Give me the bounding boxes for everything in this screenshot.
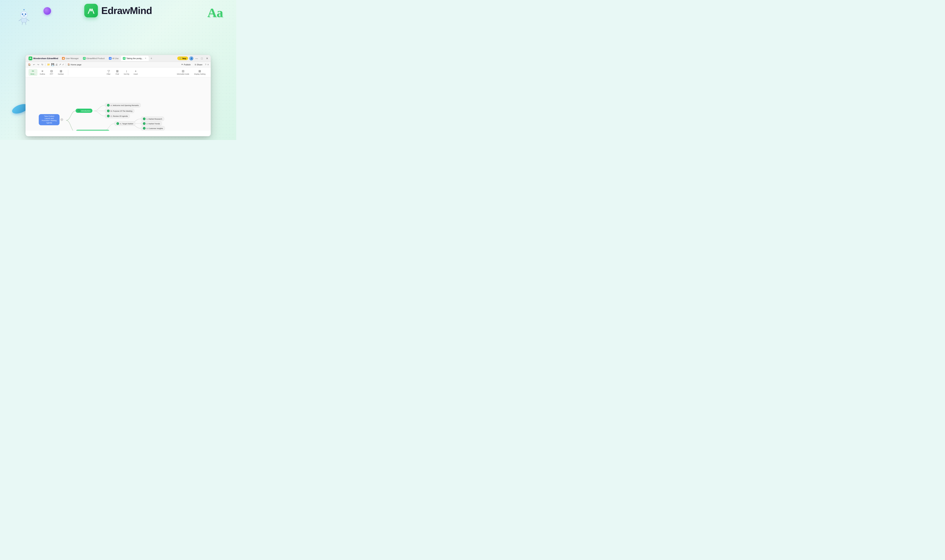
- publish-button[interactable]: ✈ Publish: [180, 63, 192, 66]
- minimize-button[interactable]: —: [194, 56, 199, 60]
- welcome-node[interactable]: ✓ A. Welcome And Opening Remarks: [105, 103, 141, 108]
- minimalist-mode-label: Minimalist mode: [177, 73, 189, 75]
- ppt-view-button[interactable]: ⊟ PPT: [48, 69, 56, 76]
- sortby-button[interactable]: ↕ Sort By: [122, 69, 131, 76]
- purpose-label: B. Purpose Of The Meeting: [111, 110, 132, 112]
- customer-insights-node-box[interactable]: ✓ 3. Customer Insights: [141, 126, 165, 131]
- introduction-check: ✓: [77, 109, 80, 112]
- introduction-node[interactable]: ✓ Introduction: [75, 109, 92, 113]
- share-button[interactable]: ⎘ Share: [193, 63, 204, 66]
- presentation-node[interactable]: ✓ Presentation Of The New Product: [75, 130, 110, 131]
- display-setting-icon: ⊞: [199, 70, 201, 73]
- review-node-box[interactable]: ✓ C. Review Of Agenda: [105, 114, 130, 118]
- market-trends-node[interactable]: ✓ 2. Market Trends: [141, 121, 162, 126]
- tab-close-taking-postg[interactable]: ✕: [144, 57, 147, 60]
- tab-favicon-taking-postg: [123, 57, 126, 60]
- market-research-check: ✓: [143, 117, 146, 120]
- review-label: C. Review Of Agenda: [111, 115, 128, 117]
- tab-label-edrawmind-product: EdrawMind Product: [86, 57, 105, 60]
- welcome-node-box[interactable]: ✓ A. Welcome And Opening Remarks: [105, 103, 141, 108]
- tab-label-user-manager: User Manager: [66, 57, 79, 60]
- close-button[interactable]: ✕: [205, 56, 209, 60]
- tab-favicon-ai-use: [109, 57, 111, 60]
- filter-icon: ▽: [108, 70, 110, 73]
- root-node-box[interactable]: "New Product Launch and Promotion" Meeti…: [39, 114, 60, 125]
- svg-line-10: [27, 19, 29, 21]
- root-node[interactable]: "New Product Launch and Promotion" Meeti…: [39, 114, 63, 125]
- save-icon: 💾: [51, 63, 54, 66]
- outline-view-button[interactable]: ≡ Outline: [38, 69, 47, 76]
- market-trends-label: 2. Market Trends: [146, 123, 160, 125]
- app-title: EdrawMind: [101, 5, 152, 16]
- target-market-node-box[interactable]: ✓ A. Target Market: [114, 121, 135, 126]
- browser-controls: 🛒 buy 👤 — □ ✕: [177, 56, 209, 60]
- purpose-node[interactable]: ✓ B. Purpose Of The Meeting: [105, 109, 134, 113]
- tab-bar: Wondershare EdrawMind User Manager Edraw…: [26, 55, 211, 62]
- browser-logo-label: Wondershare EdrawMind: [33, 57, 58, 60]
- svg-line-12: [25, 22, 26, 25]
- mindmap-container: "New Product Launch and Promotion" Meeti…: [29, 79, 211, 131]
- tab-user-manager[interactable]: User Manager: [60, 56, 81, 61]
- customer-insights-label: 3. Customer Insights: [146, 127, 163, 129]
- help-button[interactable]: ?: [205, 63, 206, 66]
- purpose-check: ✓: [107, 109, 109, 112]
- right-tools: ⊟ Minimalist mode ⊞ Display Setting: [175, 69, 208, 76]
- ppt-label: PPT: [50, 73, 53, 75]
- presentation-node-box[interactable]: ✓ Presentation Of The New Product: [75, 130, 110, 131]
- filter-button[interactable]: ▽ Filter: [105, 69, 113, 76]
- kanban-icon: ⊞: [60, 70, 62, 73]
- addr-divider-2: [66, 63, 66, 66]
- browser-logo: Wondershare EdrawMind: [27, 57, 60, 60]
- minimalist-mode-button[interactable]: ⊟ Minimalist mode: [175, 69, 191, 76]
- mindmap-view-button[interactable]: ✂ Mind...: [29, 69, 37, 76]
- outline-icon: ≡: [42, 70, 43, 73]
- nav-refresh-button[interactable]: ↻: [41, 63, 44, 66]
- market-trends-node-box[interactable]: ✓ 2. Market Trends: [141, 121, 162, 126]
- display-setting-label: Display Setting: [194, 73, 205, 75]
- folder-icon: 📁: [47, 63, 50, 66]
- buy-button[interactable]: 🛒 buy: [177, 57, 188, 60]
- center-tools: ▽ Filter ⊞ Find ↕ Sort By + Insert: [105, 69, 140, 76]
- avatar: 👤: [189, 56, 193, 60]
- nav-back-button[interactable]: ↩: [32, 63, 35, 66]
- app-logo-icon: [84, 4, 98, 17]
- find-button[interactable]: ⊞ Find: [113, 69, 122, 76]
- insert-button[interactable]: + Insert: [132, 69, 140, 76]
- insert-icon: +: [135, 70, 137, 73]
- svg-point-3: [22, 14, 23, 15]
- svg-point-7: [23, 9, 25, 10]
- outline-label: Outline: [40, 73, 45, 75]
- collapse-button[interactable]: ∧: [207, 63, 209, 66]
- kanban-view-button[interactable]: ⊞ Kanban: [56, 69, 66, 76]
- new-tab-button[interactable]: +: [149, 56, 154, 61]
- market-research-label: 1. Market Research: [146, 118, 162, 120]
- customer-insights-node[interactable]: ✓ 3. Customer Insights: [141, 126, 165, 131]
- sortby-label: Sort By: [124, 73, 129, 75]
- deco-robot: [15, 9, 32, 26]
- publish-icon: ✈: [181, 63, 183, 66]
- minimalist-mode-icon: ⊟: [182, 70, 184, 73]
- sortby-icon: ↕: [126, 70, 127, 73]
- deco-purple-ball: [43, 7, 51, 15]
- tab-favicon-edrawmind-product: [83, 57, 86, 60]
- display-setting-button[interactable]: ⊞ Display Setting: [192, 69, 208, 76]
- introduction-node-box[interactable]: ✓ Introduction: [75, 109, 92, 113]
- tab-edrawmind-product[interactable]: EdrawMind Product: [81, 56, 106, 61]
- mark-icon: ✓: [62, 63, 64, 66]
- purpose-node-box[interactable]: ✓ B. Purpose Of The Meeting: [105, 109, 134, 113]
- maximize-button[interactable]: □: [200, 56, 204, 60]
- tab-ai-use[interactable]: AI Use: [107, 56, 121, 61]
- tab-taking-postg[interactable]: Taking the postg... ✕: [121, 56, 149, 61]
- review-node[interactable]: ✓ C. Review Of Agenda: [105, 114, 130, 118]
- root-expand-btn[interactable]: −: [60, 118, 63, 121]
- market-research-node[interactable]: ✓ 1. Market Research: [141, 117, 164, 121]
- target-market-node[interactable]: ✓ A. Target Market: [114, 121, 135, 126]
- nav-home-button[interactable]: 🏠: [28, 63, 31, 66]
- share-label: Share: [197, 63, 202, 66]
- nav-forward-button[interactable]: ↪: [37, 63, 40, 66]
- home-page-label: Home page: [71, 63, 82, 66]
- home-page-link[interactable]: 🏠 Home page: [68, 63, 82, 66]
- customer-insights-check: ✓: [143, 127, 146, 129]
- market-research-node-box[interactable]: ✓ 1. Market Research: [141, 117, 164, 121]
- filter-label: Filter: [107, 73, 111, 75]
